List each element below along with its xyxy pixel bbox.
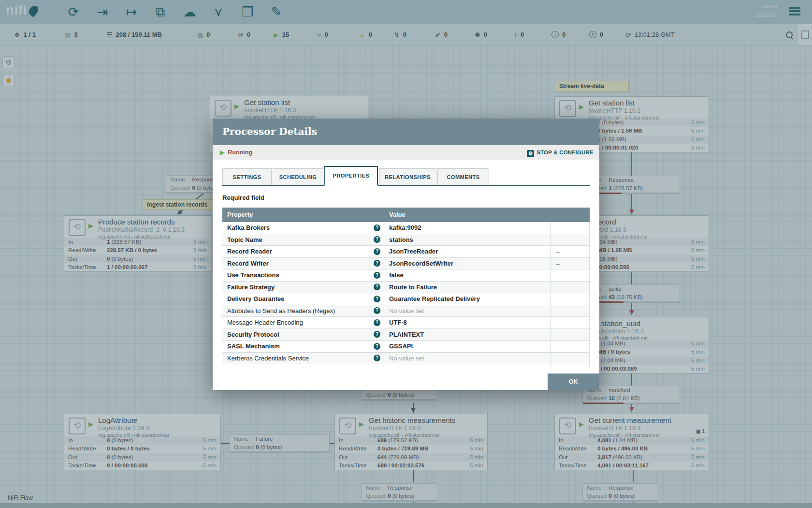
property-actions [551,353,590,364]
help-icon[interactable]: ? [374,272,380,279]
go-to-service-icon[interactable]: → [551,258,590,269]
property-actions [551,364,590,367]
processor-details-dialog: Processor Details ▶Running ⚙STOP & CONFI… [213,119,599,390]
property-value: UTF-8 [384,317,551,329]
tab-scheduling[interactable]: SCHEDULING [273,168,323,185]
property-value: JsonTreeReader [384,246,551,257]
dialog-tabs: SETTINGSSCHEDULINGPROPERTIESRELATIONSHIP… [222,167,590,186]
property-row: Failure Strategy?Route to Failure [222,282,590,294]
col-property: Property [222,208,384,222]
property-name: Delivery Guarantee? [222,293,384,305]
tab-properties[interactable]: PROPERTIES [324,166,378,186]
tab-relationships[interactable]: RELATIONSHIPS [379,168,436,185]
property-row: Delivery Guarantee?Guarantee Replicated … [222,293,590,305]
property-actions [551,269,590,281]
help-icon[interactable]: ? [374,307,380,314]
run-status: ▶Running [220,145,252,160]
property-value: stations [384,234,551,246]
property-value: kafka:9092 [384,222,551,234]
property-actions [551,341,590,352]
property-name: Topic Name? [222,234,384,246]
property-actions [551,282,590,293]
property-name: Kafka Brokers? [222,222,384,234]
properties-table-header: Property Value [222,208,590,222]
property-row: Use Transactions?false [222,269,590,282]
stop-and-configure-button[interactable]: ⚙STOP & CONFIGURE [527,145,594,160]
property-row: Record Writer?JsonRecordSetWriter→ [222,258,590,270]
help-icon[interactable]: ? [374,343,380,350]
property-actions [551,317,590,329]
property-actions [551,293,590,305]
dialog-title: Processor Details [213,119,599,145]
property-row: Attributes to Send as Headers (Regex)?No… [222,305,590,317]
property-actions [551,234,590,246]
property-row: Topic Name?stations [222,234,590,246]
col-value: Value [384,208,551,222]
property-name: SASL Mechanism? [222,341,384,352]
property-row: Kafka Brokers?kafka:9092 [222,222,590,234]
property-name: Security Protocol? [222,329,384,341]
property-value: No value set [384,305,551,317]
property-row: Kerberos Credentials Service?No value se… [222,353,590,365]
property-actions [551,305,590,317]
property-value: No value set [384,364,551,367]
property-name: Kerberos Credentials Service? [222,353,384,364]
help-icon[interactable]: ? [374,296,380,302]
property-actions [551,222,590,234]
property-row: Message Header Encoding?UTF-8 [222,317,590,329]
help-icon[interactable]: ? [374,224,380,231]
running-icon: ▶ [220,149,224,156]
property-name: Use Transactions? [222,269,384,281]
tab-settings[interactable]: SETTINGS [222,168,272,185]
help-icon[interactable]: ? [374,319,380,326]
property-value: GSSAPI [384,341,551,352]
property-value: false [384,269,551,281]
property-name: Message Header Encoding? [222,317,384,329]
property-value: Route to Failure [384,282,551,293]
property-actions [551,329,590,341]
property-row: Kerberos User Service?No value set [222,364,590,367]
property-row: Record Reader?JsonTreeReader→ [222,246,590,258]
help-icon[interactable]: ? [374,236,380,243]
property-name: Record Writer? [222,258,384,269]
help-icon[interactable]: ? [374,248,380,255]
tab-comments[interactable]: COMMENTS [437,168,489,185]
property-name: Kerberos User Service? [222,364,384,367]
help-icon[interactable]: ? [374,284,380,290]
property-name: Record Reader? [222,246,384,257]
go-to-service-icon[interactable]: → [551,246,590,257]
property-row: SASL Mechanism?GSSAPI [222,341,590,353]
required-field-note: Required field [222,194,590,201]
property-value: Guarantee Replicated Delivery [384,293,551,305]
properties-table: Property Value Kafka Brokers?kafka:9092T… [222,208,590,367]
property-name: Failure Strategy? [222,282,384,293]
property-name: Attributes to Send as Headers (Regex)? [222,305,384,317]
property-row: Security Protocol?PLAINTEXT [222,329,590,341]
help-icon[interactable]: ? [374,367,380,368]
help-icon[interactable]: ? [374,260,380,267]
property-value: PLAINTEXT [384,329,551,341]
help-icon[interactable]: ? [374,331,380,338]
property-value: JsonRecordSetWriter [384,258,551,269]
help-icon[interactable]: ? [374,355,380,361]
gear-icon: ⚙ [527,150,534,157]
ok-button[interactable]: OK [548,374,599,390]
property-value: No value set [384,353,551,364]
